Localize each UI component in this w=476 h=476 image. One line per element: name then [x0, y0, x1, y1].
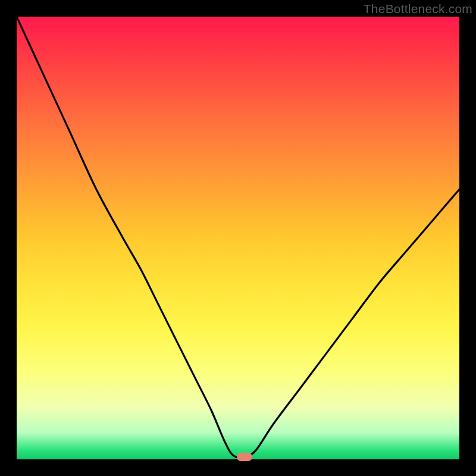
- chart-frame: TheBottleneck.com: [0, 0, 476, 476]
- bottleneck-curve-path: [17, 17, 459, 458]
- curve-svg: [17, 17, 459, 459]
- plot-area: [17, 17, 459, 459]
- optimal-point-marker: [237, 453, 252, 461]
- watermark-text: TheBottleneck.com: [364, 2, 472, 16]
